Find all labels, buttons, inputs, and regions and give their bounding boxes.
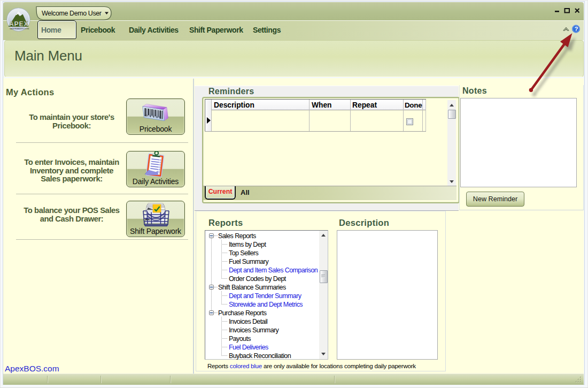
svg-text:Welcome Demo User: Welcome Demo User: [42, 10, 102, 17]
svg-text:DATA DRIVEN SOLUTIONS: DATA DRIVEN SOLUTIONS: [10, 27, 29, 29]
svg-text:APEX: APEX: [9, 20, 28, 28]
